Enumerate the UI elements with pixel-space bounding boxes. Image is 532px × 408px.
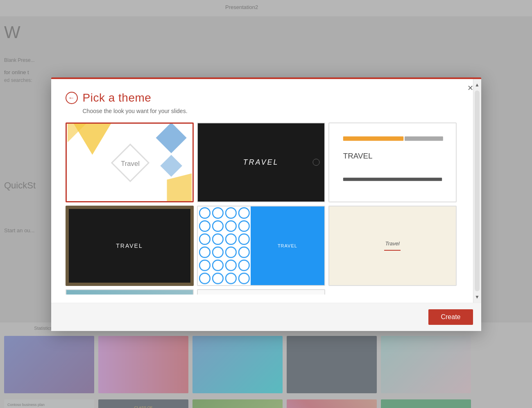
svg-rect-13 [198,206,251,285]
theme-card-blank[interactable] [197,289,325,295]
blue-label: TRAVEL [278,243,297,248]
svg-rect-2 [156,124,186,153]
scroll-track [475,91,480,291]
blue-pattern-svg [198,206,251,285]
board-content: TRAVEL [69,209,190,283]
theme-grid: Travel TRAVEL [66,122,459,295]
back-button[interactable]: ← [66,92,78,104]
modal-scrollbar[interactable]: ▲ ▼ [473,79,481,303]
vintage-label: Travel [384,240,401,247]
vintage-content: Travel [380,236,405,255]
vintage-line [384,250,401,251]
svg-rect-8 [343,136,403,141]
blue-pattern-left [198,206,251,285]
geometric-svg: Travel [67,124,192,202]
theme-black-decoration [312,158,320,166]
modal-overlay: ✕ ← Pick a theme Choose the look you wan… [0,0,532,408]
modal-footer: Create [51,303,481,331]
modal-header: ← Pick a theme [66,91,459,104]
modal-subtitle: Choose the look you want for your slides… [66,108,459,114]
theme-card-teal[interactable]: TRAVEL [66,289,194,295]
theme-card-geometric[interactable]: Travel [66,122,194,203]
svg-marker-4 [167,173,192,201]
board-label: TRAVEL [116,243,143,249]
svg-rect-11 [343,177,441,181]
svg-point-7 [313,159,319,165]
svg-rect-3 [160,154,182,177]
svg-text:TRAVEL: TRAVEL [343,151,372,160]
modal-title: Pick a theme [83,91,152,104]
modal-content: ← Pick a theme Choose the look you want … [51,79,473,303]
theme-card-board[interactable]: TRAVEL [66,206,194,286]
theme-black-label: TRAVEL [243,158,278,167]
close-icon: ✕ [467,84,473,93]
theme-card-vintage[interactable]: Travel [328,206,457,286]
theme-card-black[interactable]: TRAVEL [197,122,325,203]
scroll-down-arrow[interactable]: ▼ [473,293,481,301]
back-icon: ← [68,94,75,102]
modal-body: ← Pick a theme Choose the look you want … [51,79,481,303]
create-button[interactable]: Create [428,309,473,325]
theme-card-minimal[interactable]: TRAVEL [328,122,457,203]
svg-text:Travel: Travel [121,160,140,168]
blue-label-area: TRAVEL [251,206,324,285]
theme-card-blue[interactable]: TRAVEL [197,206,325,286]
minimal-svg: TRAVEL [334,128,451,197]
modal-dialog: ✕ ← Pick a theme Choose the look you wan… [51,77,481,331]
svg-rect-9 [405,136,443,141]
modal-close-button[interactable]: ✕ [465,82,476,94]
